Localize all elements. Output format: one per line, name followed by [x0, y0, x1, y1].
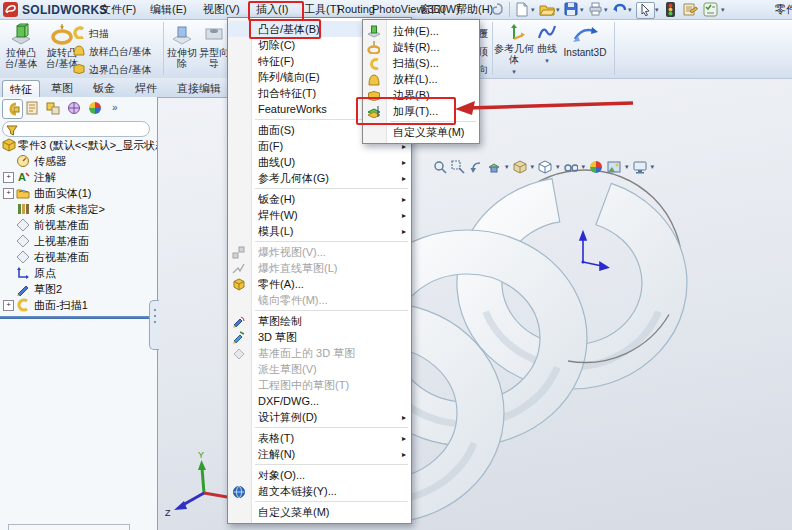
tab-sketch[interactable]: 草图 — [44, 80, 80, 96]
edit-appearance-icon[interactable] — [589, 160, 603, 174]
extruded-boss-button[interactable]: 拉伸凸台/基体 — [1, 23, 41, 69]
menu-item-dxf-dwg[interactable]: DXF/DWG... — [228, 393, 411, 409]
tab-sheet-metal[interactable]: 钣金 — [86, 80, 122, 96]
view-settings-icon[interactable] — [633, 160, 647, 174]
view-settings-caret[interactable]: ▾ — [651, 163, 655, 171]
tree-filter-box[interactable] — [2, 121, 150, 137]
menu-item-reference-geometry[interactable]: 参考几何体(G)▸ — [228, 170, 411, 186]
menu-item-3d-sketch[interactable]: 3D 草图 — [228, 329, 411, 345]
undo-caret[interactable]: ▾ — [628, 6, 632, 14]
previous-view-icon[interactable] — [469, 160, 483, 174]
tab-direct-edit[interactable]: 直接编辑 — [170, 80, 228, 96]
rebuild-traffic-light-icon[interactable] — [666, 2, 682, 17]
hide-show-items-icon[interactable] — [564, 160, 578, 174]
reference-geometry-caret[interactable]: ▾ — [512, 68, 516, 75]
tree-root-part[interactable]: 零件3 (默认<<默认>_显示状态 — [0, 137, 157, 153]
view-orientation-icon[interactable] — [513, 160, 527, 174]
submenu-item-sweep[interactable]: 扫描(S)... — [363, 55, 479, 71]
tab-weldments[interactable]: 焊件 — [128, 80, 164, 96]
new-document-icon[interactable] — [515, 2, 531, 17]
menu-item-explode-line-sketch[interactable]: 爆炸直线草图(L) — [228, 260, 411, 276]
open-caret[interactable]: ▾ — [556, 6, 560, 14]
menu-item-derived-sketch[interactable]: 派生草图(V) — [228, 361, 411, 377]
submenu-item-thicken[interactable]: 加厚(T)... — [363, 103, 479, 119]
options-icon[interactable] — [703, 2, 719, 17]
displaymanager-tab[interactable] — [86, 99, 105, 117]
configurationmanager-tab[interactable] — [44, 99, 63, 117]
propertymanager-tab[interactable] — [23, 99, 42, 117]
menu-edit[interactable]: 编辑(E) — [146, 2, 191, 17]
print-icon[interactable] — [588, 2, 604, 17]
resources-swirl-icon[interactable] — [490, 2, 506, 17]
extruded-cut-button[interactable]: 拉伸切除 — [165, 23, 199, 69]
panel-tabs-overflow-chevron[interactable]: » — [112, 102, 118, 113]
submenu-item-customize-menu[interactable]: 自定义菜单(M) — [363, 124, 479, 140]
undo-icon[interactable] — [612, 2, 628, 17]
expand-icon[interactable]: + — [3, 172, 14, 183]
options-caret[interactable]: ▾ — [721, 6, 725, 14]
apply-scene-icon[interactable] — [607, 160, 621, 174]
tree-item-surface-sweep1[interactable]: + 曲面-扫描1 — [0, 297, 157, 313]
lofted-boss-button[interactable]: 放样凸台/基体 — [72, 44, 152, 59]
sweep-button[interactable]: 扫描 — [72, 26, 109, 41]
boundary-boss-button[interactable]: 边界凸台/基体 — [72, 62, 152, 77]
apply-scene-caret[interactable]: ▾ — [625, 163, 629, 171]
menu-item-hyperlink[interactable]: 超文本链接(Y)... — [228, 483, 411, 499]
menu-item-molds[interactable]: 模具(L)▸ — [228, 223, 411, 239]
rollback-bar[interactable] — [0, 316, 156, 319]
section-view-icon[interactable] — [487, 160, 501, 174]
new-caret[interactable]: ▾ — [531, 6, 535, 14]
select-caret[interactable]: ▾ — [655, 6, 659, 14]
file-properties-icon[interactable] — [682, 2, 698, 17]
menu-item-3d-sketch-on-plane[interactable]: 基准面上的 3D 草图 — [228, 345, 411, 361]
tree-item-material[interactable]: 材质 <未指定> — [0, 201, 157, 217]
menu-item-sketch[interactable]: 草图绘制 — [228, 313, 411, 329]
select-tool-button[interactable] — [636, 2, 655, 19]
zoom-fit-icon[interactable] — [433, 160, 447, 174]
tree-item-right-plane[interactable]: 右视基准面 — [0, 249, 157, 265]
tab-features[interactable]: 特征 — [2, 80, 40, 97]
menu-item-sketch-from-drawing[interactable]: 工程图中的草图(T) — [228, 377, 411, 393]
menu-item-mirror-part[interactable]: 镜向零件(M)... — [228, 292, 411, 308]
reference-geometry-button[interactable]: 参考几何体 ▾ — [494, 23, 534, 77]
instant3d-button[interactable]: Instant3D — [561, 25, 609, 58]
menu-item-annotations[interactable]: 注解(N)▸ — [228, 446, 411, 462]
display-style-caret[interactable]: ▾ — [556, 163, 560, 171]
menu-file[interactable]: 文件(F) — [96, 2, 140, 17]
menu-item-tables[interactable]: 表格(T)▸ — [228, 430, 411, 446]
expand-icon[interactable]: + — [3, 188, 14, 199]
tree-item-origin[interactable]: 原点 — [0, 265, 157, 281]
section-view-caret[interactable]: ▾ — [505, 163, 509, 171]
menu-item-customize-menu[interactable]: 自定义菜单(M) — [228, 504, 411, 520]
menu-item-weldments[interactable]: 焊件(W)▸ — [228, 207, 411, 223]
tree-item-sketch2[interactable]: 草图2 — [0, 281, 157, 297]
curves-button[interactable]: 曲线 ▾ — [534, 23, 560, 66]
panel-splitter-handle[interactable] — [149, 300, 159, 350]
hide-show-caret[interactable]: ▾ — [582, 163, 586, 171]
tree-item-sensors[interactable]: 传感器 — [0, 153, 157, 169]
submenu-item-boundary[interactable]: 边界(B)... — [363, 87, 479, 103]
submenu-item-loft[interactable]: 放样(L)... — [363, 71, 479, 87]
submenu-item-extrude[interactable]: 拉伸(E)... — [363, 23, 479, 39]
menu-item-curve[interactable]: 曲线(U)▸ — [228, 154, 411, 170]
tree-item-annotations[interactable]: + A 注解 — [0, 169, 157, 185]
menu-item-sheet-metal[interactable]: 钣金(H)▸ — [228, 191, 411, 207]
menu-item-design-study[interactable]: 设计算例(D)▸ — [228, 409, 411, 425]
curves-caret[interactable]: ▾ — [545, 57, 549, 64]
menu-item-exploded-view[interactable]: 爆炸视图(V)... — [228, 244, 411, 260]
dimxpertmanager-tab[interactable] — [65, 99, 84, 117]
display-style-icon[interactable] — [538, 160, 552, 174]
tree-item-front-plane[interactable]: 前视基准面 — [0, 217, 157, 233]
menu-item-part[interactable]: 零件(A)... — [228, 276, 411, 292]
zoom-area-icon[interactable] — [451, 160, 465, 174]
featuremanager-tree-tab[interactable] — [2, 99, 23, 119]
hole-wizard-button[interactable]: 异型向导 — [199, 23, 229, 69]
open-document-icon[interactable] — [539, 2, 555, 17]
tree-item-surface-bodies[interactable]: + 曲面实体(1) — [0, 185, 157, 201]
view-orientation-caret[interactable]: ▾ — [531, 163, 535, 171]
print-caret[interactable]: ▾ — [604, 6, 608, 14]
expand-icon[interactable]: + — [3, 300, 14, 311]
submenu-item-revolve[interactable]: 旋转(R)... — [363, 39, 479, 55]
tree-item-top-plane[interactable]: 上视基准面 — [0, 233, 157, 249]
menu-item-object[interactable]: 对象(O)... — [228, 467, 411, 483]
